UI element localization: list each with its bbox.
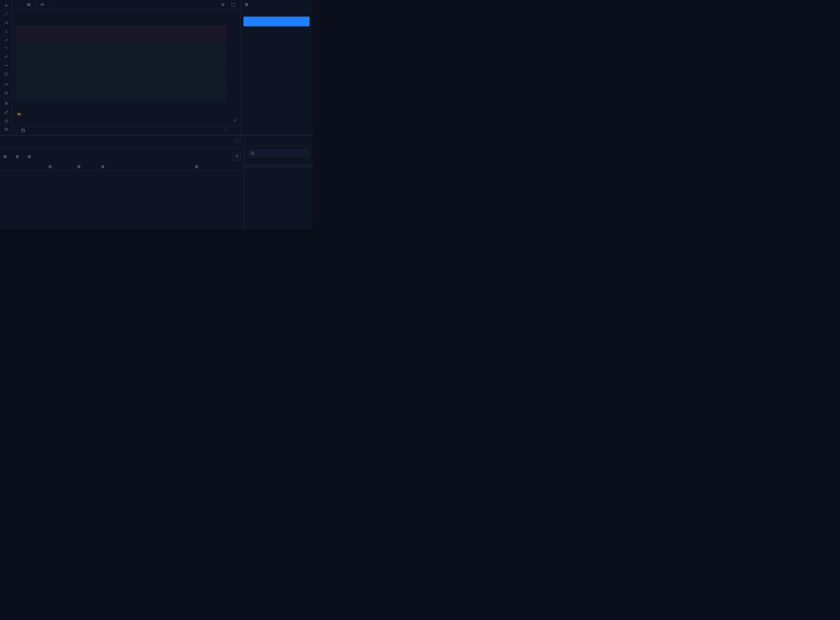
edit-icon[interactable] [2,108,11,116]
x-axis [15,119,227,124]
svg-point-1 [7,65,8,66]
table-header: ? ? ? ? [0,163,244,171]
y-axis [228,12,240,119]
filter-icon[interactable] [233,153,241,160]
fullscreen-icon[interactable] [229,1,238,9]
log-btn[interactable] [231,130,234,132]
svg-rect-10 [15,26,227,41]
backtest-header [244,160,313,164]
bot-details-panel: ? [240,0,313,135]
svg-point-0 [5,65,6,66]
goto-icon[interactable] [19,127,27,134]
chart-area: TV [13,0,240,135]
exchange-btn[interactable] [57,4,62,7]
candles-icon[interactable] [24,1,33,9]
help-icon[interactable]: ? [245,3,248,6]
bots-panel: ? ? ? ? ? ? ? [0,135,244,229]
symbol-btn[interactable] [66,4,71,7]
panel-title: ? [244,3,310,6]
brush-icon[interactable] [2,36,11,44]
chart-bottom-toolbar [13,126,240,135]
emoji-icon[interactable] [2,70,11,78]
zoom-icon[interactable] [2,89,11,97]
settings-icon[interactable] [218,1,227,9]
pct-btn[interactable] [227,130,230,132]
prediction-icon[interactable] [2,61,11,69]
bots-tabs [0,135,244,147]
svg-rect-3 [5,83,8,86]
help-icon[interactable]: ? [16,155,19,158]
svg-point-6 [6,129,7,130]
indicators-btn[interactable] [48,4,53,7]
price-chart [15,21,227,122]
trendline-icon[interactable] [2,10,11,18]
modify-button[interactable] [244,17,310,26]
strategies-tabs [244,135,313,147]
ruler-icon[interactable] [2,81,11,89]
svg-rect-11 [15,41,227,102]
svg-point-7 [223,4,224,5]
auto-btn[interactable] [235,130,238,132]
bots-summary: ? ? ? [0,147,244,163]
chart-body[interactable]: TV [13,10,240,126]
svg-rect-13 [21,129,24,132]
help-icon[interactable]: ? [3,155,7,158]
svg-rect-5 [5,120,8,122]
svg-point-2 [5,72,8,76]
search-icon [250,151,255,155]
share-earn-button[interactable] [235,139,241,143]
tradingview-logo-icon: TV [16,111,23,117]
ohlc-display [15,12,20,16]
magnet-icon[interactable] [2,99,11,108]
search-input[interactable] [257,152,307,155]
pitchfork-icon[interactable] [2,27,11,35]
bots-table: ? ? ? ? [0,163,244,229]
strategies-panel [244,135,313,229]
fx-icon[interactable] [38,1,47,9]
gear-icon[interactable] [230,116,239,125]
search-box [248,149,309,158]
volume-display [15,17,17,20]
crosshair-icon[interactable] [2,2,11,10]
drawing-tools-sidebar [0,0,13,135]
recommended-header [244,164,313,168]
timeframe-btn[interactable] [15,4,20,7]
help-icon[interactable]: ? [28,155,31,158]
pattern-icon[interactable] [2,53,11,61]
svg-point-12 [235,120,236,121]
lock-icon[interactable] [2,117,11,125]
svg-point-14 [251,152,254,155]
lines-icon[interactable] [2,19,11,27]
chart-toolbar [13,0,240,10]
eye-icon[interactable] [2,125,11,133]
clock-display [220,130,223,132]
text-icon[interactable] [2,44,11,52]
